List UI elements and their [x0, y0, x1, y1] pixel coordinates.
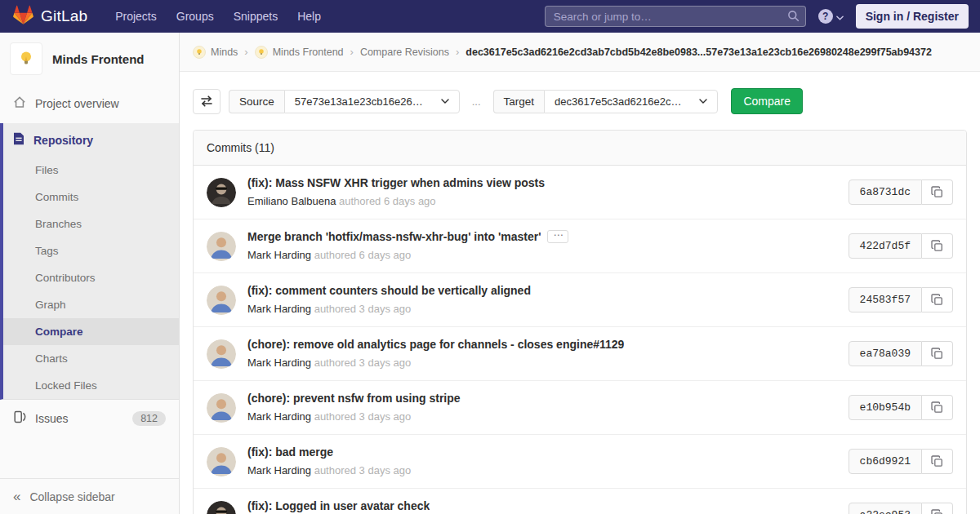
sidebar-item-graph[interactable]: Graph [3, 291, 179, 318]
nav-item-groups[interactable]: Groups [167, 5, 224, 28]
lightbulb-icon [257, 48, 265, 56]
commit-author-avatar [207, 178, 236, 207]
commits-header: Commits (11) [194, 131, 966, 166]
copy-sha-button[interactable] [922, 395, 953, 420]
copy-icon [931, 294, 943, 306]
commit-row: Merge branch 'hotfix/mass-nsfw-xhr-bug' … [194, 219, 966, 273]
sidebar-item-commits[interactable]: Commits [3, 184, 179, 210]
sidebar-item-locked-files[interactable]: Locked Files [3, 372, 179, 399]
commit-author-avatar [207, 286, 236, 315]
range-dots: ... [472, 95, 481, 108]
sidebar-item-repository[interactable]: Repository [3, 123, 179, 157]
commit-list: (fix): Mass NSFW XHR trigger when admins… [194, 166, 966, 514]
commit-author-link[interactable]: Mark Harding [247, 249, 311, 261]
commit-sha-link[interactable]: a22ec953 [849, 503, 922, 514]
commit-title-link[interactable]: (fix): Logged in user avatar check [247, 499, 430, 512]
copy-icon [931, 455, 943, 467]
commit-author-link[interactable]: Mark Harding [247, 303, 311, 315]
commit-sha-link[interactable]: 24583f57 [849, 287, 922, 312]
breadcrumb-item-compare-revisions[interactable]: Compare Revisions [360, 47, 449, 58]
commit-row: (fix): comment counters should be vertic… [194, 273, 966, 327]
search-input[interactable] [545, 6, 806, 27]
issues-count-badge: 812 [132, 411, 166, 426]
help-menu[interactable]: ? [818, 9, 844, 24]
copy-sha-button[interactable] [922, 503, 953, 514]
copy-icon [931, 240, 943, 252]
commit-authored-ago: authored 6 days ago [339, 195, 436, 207]
compare-button[interactable]: Compare [731, 88, 803, 114]
nav-item-snippets[interactable]: Snippets [224, 5, 287, 28]
copy-icon [931, 509, 943, 514]
commit-row: (fix): Mass NSFW XHR trigger when admins… [194, 166, 966, 219]
commit-author-avatar [207, 447, 236, 476]
sidebar-item-tags[interactable]: Tags [3, 237, 179, 264]
copy-sha-button[interactable] [922, 179, 953, 205]
breadcrumb-current-sha-range: dec3617e5c3ad6216e2cd3ab7cbd5b42e8be0983… [466, 47, 932, 58]
copy-sha-button[interactable] [922, 233, 953, 259]
search-icon[interactable] [787, 10, 800, 25]
copy-icon [931, 348, 943, 360]
project-avatar [10, 42, 42, 75]
home-icon [13, 95, 26, 111]
commit-author-link[interactable]: Emiliano Balbuena [247, 195, 336, 207]
commit-title-link[interactable]: (chore): prevent nsfw from using stripe [247, 392, 461, 405]
commit-sha-link[interactable]: 422d7d5f [849, 233, 922, 259]
sidebar-item-issues[interactable]: Issues 812 [0, 400, 179, 436]
copy-icon [931, 186, 943, 198]
main-content: Minds › Minds Frontend › Compare Revisio… [180, 33, 980, 514]
commit-sha-link[interactable]: e10b954b [849, 395, 922, 420]
nav-item-projects[interactable]: Projects [105, 5, 167, 28]
search-wrap [545, 6, 806, 27]
copy-sha-button[interactable] [922, 449, 953, 474]
commit-row: (chore): remove old analytics page for c… [194, 327, 966, 381]
copy-sha-button[interactable] [922, 341, 953, 366]
commit-sha-link[interactable]: 6a8731dc [849, 179, 922, 205]
collapse-chevrons-icon: « [13, 490, 20, 503]
target-ref-dropdown[interactable]: dec3617e5c3ad6216e2c… [544, 90, 718, 113]
commit-author-avatar [207, 232, 236, 261]
chevron-down-icon [441, 99, 449, 104]
repository-icon [13, 132, 24, 148]
sign-in-register-button[interactable]: Sign in / Register [856, 4, 969, 29]
commit-author-link[interactable]: Mark Harding [247, 464, 311, 476]
gitlab-brand[interactable]: GitLab [13, 5, 87, 29]
commits-panel: Commits (11) (fix): Mass NSFW XHR trigge… [193, 130, 967, 514]
project-sidebar: Minds Frontend Project overview Rep [0, 33, 180, 514]
commit-row: (fix): Logged in user avatar check ⋯ Emi… [194, 489, 966, 514]
commit-author-link[interactable]: Mark Harding [247, 357, 311, 369]
help-icon: ? [818, 9, 833, 24]
nav-item-help[interactable]: Help [287, 5, 331, 28]
commit-title-link[interactable]: Merge branch 'hotfix/mass-nsfw-xhr-bug' … [247, 230, 541, 243]
sidebar-item-compare[interactable]: Compare [3, 318, 179, 345]
commit-title-link[interactable]: (chore): remove old analytics page for c… [247, 338, 624, 351]
commit-description-expander[interactable]: ⋯ [547, 230, 568, 243]
commit-row: (chore): prevent nsfw from using stripe … [194, 381, 966, 435]
commit-title-link[interactable]: (fix): comment counters should be vertic… [247, 284, 531, 297]
sidebar-project-header[interactable]: Minds Frontend [0, 33, 179, 86]
sidebar-item-label: Project overview [35, 97, 119, 110]
commit-author-avatar [207, 339, 236, 369]
swap-revisions-button[interactable] [193, 89, 220, 114]
sidebar-item-contributors[interactable]: Contributors [3, 264, 179, 291]
commit-authored-ago: authored 3 days ago [314, 464, 412, 476]
copy-sha-button[interactable] [922, 287, 953, 312]
commit-sha-link[interactable]: ea78a039 [849, 341, 922, 366]
sidebar-item-branches[interactable]: Branches [3, 210, 179, 237]
nav-menu: ProjectsGroupsSnippetsHelp [105, 5, 331, 28]
collapse-sidebar-button[interactable]: « Collapse sidebar [0, 478, 179, 514]
sidebar-item-files[interactable]: Files [3, 157, 179, 184]
source-ref-dropdown[interactable]: 57e73e13a1e23cb16e26… [284, 90, 460, 113]
commit-row: (fix): bad merge ⋯ Mark Harding authored… [194, 435, 966, 489]
breadcrumb-item-minds[interactable]: Minds [193, 46, 238, 59]
commit-title-link[interactable]: (fix): Mass NSFW XHR trigger when admins… [247, 176, 545, 189]
sidebar-item-project-overview[interactable]: Project overview [0, 86, 179, 120]
repo-subnav: FilesCommitsBranchesTagsContributorsGrap… [3, 157, 179, 399]
commit-title-link[interactable]: (fix): bad merge [247, 445, 333, 459]
sidebar-item-charts[interactable]: Charts [3, 345, 179, 372]
commit-author-link[interactable]: Mark Harding [247, 410, 311, 423]
commit-sha-link[interactable]: cb6d9921 [849, 449, 922, 474]
breadcrumb-separator: › [244, 46, 247, 58]
commit-authored-ago: authored 3 days ago [314, 303, 412, 315]
compare-form: Source 57e73e13a1e23cb16e26… ... Target … [180, 72, 980, 127]
breadcrumb-item-minds-frontend[interactable]: Minds Frontend [255, 46, 344, 59]
